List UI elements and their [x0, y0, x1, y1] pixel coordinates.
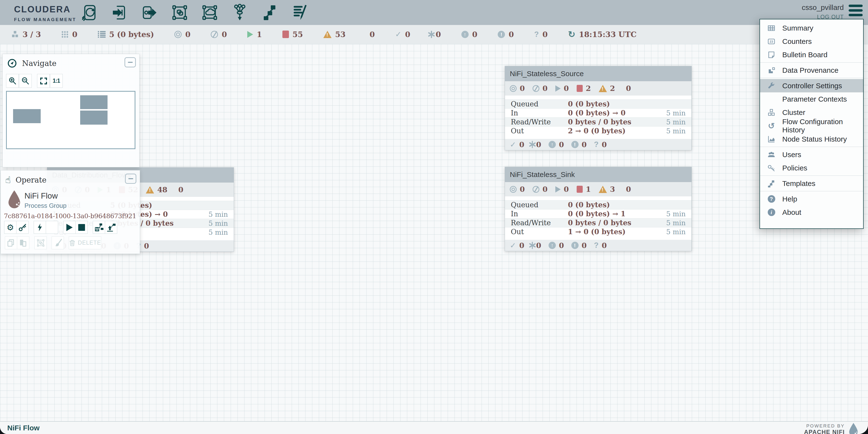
- stale-icon: ↑: [549, 242, 556, 249]
- processor-icon[interactable]: [80, 3, 99, 22]
- hand-pointer-icon: ☝: [5, 175, 11, 185]
- funnel-icon[interactable]: [230, 3, 249, 22]
- stopped-icon: [577, 85, 583, 92]
- menu-item-about[interactable]: i About: [760, 206, 863, 219]
- logo-line2: FLOW MANAGEMENT: [14, 17, 76, 22]
- locally-modified-stale-icon: !: [498, 31, 505, 38]
- svg-text:23: 23: [770, 40, 773, 44]
- output-port-icon[interactable]: [140, 3, 159, 22]
- navigate-buttons: 1:1: [6, 74, 63, 88]
- data-provenance-icon: [766, 66, 776, 75]
- app-header: CLOUDERA FLOW MANAGEMENT: [0, 0, 868, 25]
- zoom-out-button[interactable]: [19, 74, 32, 88]
- stale-icon: ↑: [549, 141, 556, 148]
- invalid-status: !53: [323, 30, 346, 39]
- menu-item-bulletin-board[interactable]: Bulletin Board: [760, 48, 863, 61]
- input-port-icon[interactable]: [110, 3, 129, 22]
- start-button[interactable]: [63, 221, 75, 234]
- gear-icon: ⚙: [6, 223, 14, 232]
- out-row: Out2 → 0 (0 bytes)5 min: [505, 126, 691, 135]
- menu-item-summary[interactable]: Summary: [760, 21, 863, 35]
- collapse-operate-button[interactable]: [125, 174, 136, 184]
- navigate-minimap[interactable]: [6, 91, 135, 149]
- save-template-button[interactable]: [93, 221, 105, 234]
- selection-id: 7c88761a-0184-1000-13a0-b9648673f921: [4, 212, 136, 220]
- up-to-date-status: ✓0: [395, 30, 410, 39]
- counters-icon: 23: [766, 37, 776, 46]
- locally-modified-status: 0: [431, 30, 441, 39]
- process-group-stats: 0 0 0 2 !2 0: [505, 81, 691, 95]
- not-transmitting-icon: [211, 31, 218, 38]
- lightning-icon: [37, 224, 42, 231]
- stale-icon: ↑: [461, 31, 469, 38]
- locally-modified-stale-icon: !: [571, 242, 579, 249]
- configure-button[interactable]: ⚙: [4, 221, 17, 234]
- upload-template-button[interactable]: [105, 221, 117, 234]
- sync-failure-status: ?0: [534, 30, 548, 39]
- menu-item-users[interactable]: Users: [760, 148, 863, 161]
- menu-item-parameter-contexts[interactable]: Parameter Contexts: [760, 92, 863, 106]
- nifi-drop-icon: [7, 190, 22, 209]
- users-icon: [766, 150, 776, 159]
- copy-button[interactable]: [5, 236, 17, 249]
- in-row: In0 (0 bytes) → 15 min: [505, 209, 691, 218]
- process-group-version-footer: ✓0 0 ↑0 !0 ?0: [505, 139, 691, 150]
- cluster-icon: [766, 108, 776, 117]
- user-info: csso_pvillard LOG OUT: [802, 3, 844, 20]
- transmitting-icon: [510, 85, 517, 92]
- label-icon[interactable]: [290, 3, 310, 22]
- zoom-in-button[interactable]: [6, 74, 19, 88]
- stop-icon: [78, 224, 85, 231]
- locally-modified-icon: [431, 31, 432, 38]
- paste-button[interactable]: [17, 236, 29, 249]
- in-row: In0 (0 bytes) → 05 min: [505, 108, 691, 117]
- remote-process-group-icon[interactable]: [200, 3, 219, 22]
- up-to-date-icon: ✓: [510, 241, 516, 250]
- group-button[interactable]: [34, 236, 47, 249]
- actual-size-button[interactable]: 1:1: [50, 74, 63, 88]
- menu-item-counters[interactable]: 23 Counters: [760, 35, 863, 48]
- disable-button[interactable]: [46, 221, 58, 234]
- process-group-nifi-stateless-sink[interactable]: NiFi_Stateless_Sink 0 0 0 1 !3 0 Queued0…: [505, 167, 692, 251]
- controller-settings-icon: [766, 82, 776, 90]
- menu-item-policies[interactable]: Policies: [760, 161, 863, 175]
- template-icon[interactable]: [260, 3, 279, 22]
- enable-button[interactable]: [34, 221, 46, 234]
- menu-item-flow-configuration-history[interactable]: ↺ Flow Configuration History: [760, 119, 863, 133]
- status-bar: 3 / 3 0 5 (0 bytes) 0 0 1 55 !53 0 ✓0 0 …: [0, 25, 868, 44]
- menu-item-cluster[interactable]: Cluster: [760, 106, 863, 119]
- access-policies-button[interactable]: [16, 221, 29, 234]
- global-menu-icon[interactable]: [848, 5, 863, 19]
- copy-icon: [7, 238, 16, 247]
- paste-icon: [19, 238, 28, 247]
- menu-item-node-status-history[interactable]: Node Status History: [760, 133, 863, 146]
- cluster-icon: [11, 30, 19, 38]
- menu-item-templates[interactable]: Templates: [760, 177, 863, 190]
- sync-failure-icon: ?: [534, 30, 539, 39]
- menu-divider: [760, 78, 863, 78]
- collapse-navigate-button[interactable]: [124, 57, 136, 67]
- process-group-icon[interactable]: [170, 3, 189, 22]
- breadcrumb-nifi-flow[interactable]: NiFi Flow: [7, 424, 39, 432]
- stop-button[interactable]: [75, 221, 88, 234]
- color-button[interactable]: [52, 236, 64, 249]
- transmitting-icon: [510, 186, 517, 193]
- queue-icon: [98, 31, 105, 38]
- breadcrumb-bar: NiFi Flow POWERED BY APACHE NIFI: [0, 421, 868, 434]
- selection-name: NiFi Flow: [25, 191, 58, 201]
- menu-item-help[interactable]: ? Help: [760, 192, 863, 206]
- menu-item-controller-settings[interactable]: Controller Settings: [760, 79, 863, 92]
- threads-icon: [61, 31, 68, 38]
- menu-divider: [760, 62, 863, 63]
- delete-button[interactable]: DELETE: [69, 236, 101, 249]
- process-group-nifi-stateless-source[interactable]: NiFi_Stateless_Source 0 0 0 2 !2 0 Queue…: [505, 66, 692, 150]
- menu-item-data-provenance[interactable]: Data Provenance: [760, 63, 863, 77]
- play-icon: [66, 224, 73, 231]
- minimap-group-rect: [13, 109, 41, 123]
- minimap-group-rect: [80, 111, 107, 125]
- refresh-icon[interactable]: ↻: [568, 29, 575, 39]
- zoom-fit-button[interactable]: [37, 74, 50, 88]
- policies-icon: [766, 164, 776, 172]
- sync-failure-icon: ?: [594, 140, 598, 149]
- up-to-date-icon: ✓: [395, 30, 401, 39]
